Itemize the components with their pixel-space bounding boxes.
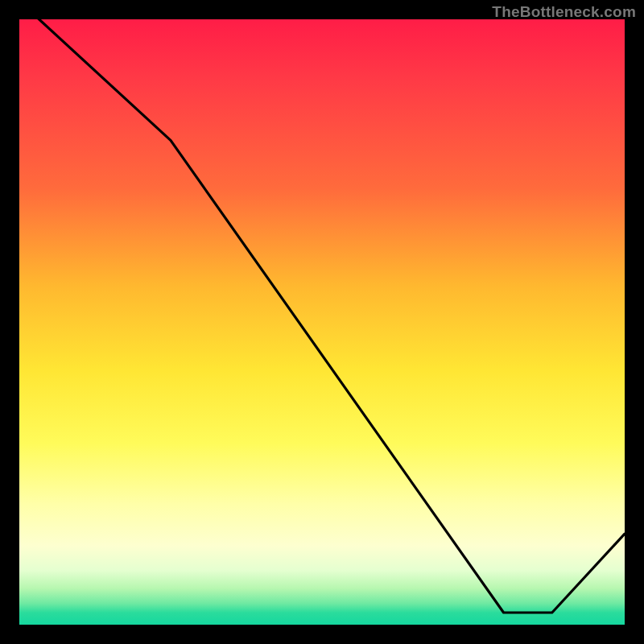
chart-line-layer xyxy=(19,19,625,625)
watermark-text: TheBottleneck.com xyxy=(492,3,636,21)
chart-frame: TheBottleneck.com xyxy=(0,0,644,644)
chart-series-curve xyxy=(19,19,625,613)
